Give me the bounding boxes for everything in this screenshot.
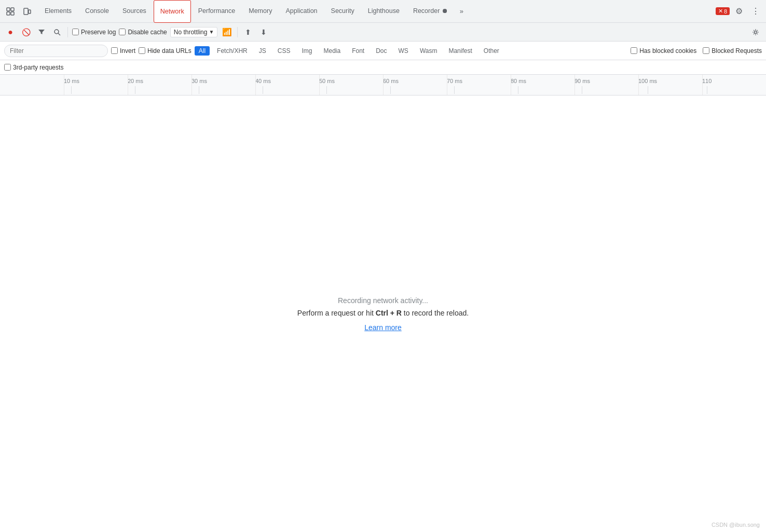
timeline-tick-line [707, 86, 707, 94]
tab-recorder[interactable]: Recorder ⏺ [407, 0, 455, 23]
filter-type-fetch-xhr[interactable]: Fetch/XHR [213, 46, 252, 56]
timeline-tick-label: 10 ms [64, 75, 79, 84]
timeline-tick-label: 40 ms [255, 75, 271, 84]
filter-bar: Invert Hide data URLs All Fetch/XHR JS C… [0, 42, 766, 60]
inspect-icon-btn[interactable] [3, 4, 18, 19]
tab-memory[interactable]: Memory [242, 0, 278, 23]
filter-type-other[interactable]: Other [480, 46, 503, 56]
has-blocked-cookies-checkbox[interactable]: Has blocked cookies [631, 47, 696, 54]
nav-right: ✕ 8 ⚙ ⋮ [716, 4, 763, 19]
chevron-down-icon: ▼ [209, 29, 214, 35]
device-toggle-btn[interactable] [20, 4, 34, 19]
filter-right: Has blocked cookies Blocked Requests [631, 47, 762, 54]
filter-type-ws[interactable]: WS [394, 46, 413, 56]
blocked-requests-input[interactable] [703, 47, 709, 54]
timeline-tick: 10 ms [64, 75, 79, 94]
timeline-tick-line [71, 86, 72, 94]
tab-network[interactable]: Network [154, 0, 191, 23]
filter-type-img[interactable]: Img [297, 46, 316, 56]
svg-rect-2 [7, 12, 10, 15]
error-icon: ✕ [718, 8, 723, 15]
timeline-grid-line [574, 75, 575, 96]
blocked-requests-checkbox[interactable]: Blocked Requests [703, 47, 762, 54]
recording-instruction: Perform a request or hit Ctrl + R to rec… [297, 309, 469, 317]
tab-console[interactable]: Console [79, 0, 115, 23]
filter-type-doc[interactable]: Doc [372, 46, 391, 56]
throttle-dropdown[interactable]: No throttling ▼ [170, 27, 218, 37]
disable-cache-input[interactable] [119, 29, 126, 35]
top-nav-bar: Elements Console Sources Network Perform… [0, 0, 766, 23]
timeline-grid-line [638, 75, 639, 96]
timeline-tick-label: 70 ms [447, 75, 462, 84]
third-party-row: 3rd-party requests [0, 60, 766, 75]
timeline-grid-line [255, 75, 256, 96]
timeline-tick: 110 [702, 75, 712, 94]
third-party-checkbox[interactable]: 3rd-party requests [4, 64, 63, 71]
timeline-tick-label: 110 [702, 75, 712, 84]
filter-type-manifest[interactable]: Manifest [444, 46, 476, 56]
toolbar-sep-1 [67, 27, 68, 37]
timeline-tick-line [199, 86, 199, 94]
filter-type-all[interactable]: All [195, 46, 210, 56]
nav-icons-left [3, 4, 34, 19]
network-settings-btn[interactable] [749, 26, 762, 38]
more-options-btn[interactable]: ⋮ [748, 4, 763, 19]
svg-point-6 [54, 30, 59, 34]
timeline-tick-label: 30 ms [192, 75, 207, 84]
preserve-log-checkbox[interactable]: Preserve log [72, 29, 116, 36]
invert-label: Invert [120, 47, 135, 54]
settings-icon [752, 29, 759, 36]
filter-input[interactable] [4, 45, 108, 57]
disable-cache-checkbox[interactable]: Disable cache [119, 29, 167, 36]
filter-type-wasm[interactable]: Wasm [416, 46, 442, 56]
filter-type-media[interactable]: Media [319, 46, 345, 56]
timeline-tick-line [648, 86, 648, 94]
tab-security[interactable]: Security [325, 0, 361, 23]
filter-type-css[interactable]: CSS [273, 46, 295, 56]
timeline-grid-line [128, 75, 128, 96]
search-btn[interactable] [51, 26, 63, 38]
import-btn[interactable]: ⬆ [242, 26, 254, 38]
more-tabs-button[interactable]: » [456, 7, 468, 15]
toolbar-sep-2 [237, 27, 238, 37]
learn-more-link[interactable]: Learn more [364, 323, 402, 332]
tab-elements[interactable]: Elements [38, 0, 78, 23]
timeline-tick: 90 ms [574, 75, 590, 94]
tab-lighthouse[interactable]: Lighthouse [362, 0, 406, 23]
timeline-tick: 50 ms [319, 75, 335, 94]
timeline-grid-line [702, 75, 703, 96]
timeline-tick-line [518, 86, 518, 94]
timeline-tick-line [326, 86, 327, 94]
filter-btn[interactable] [35, 26, 48, 38]
download-icon: ⬇ [261, 28, 267, 36]
network-conditions-btn[interactable]: 📶 [221, 26, 233, 38]
invert-checkbox[interactable]: Invert [111, 47, 135, 54]
filter-type-js[interactable]: JS [255, 46, 270, 56]
settings-btn[interactable]: ⚙ [732, 4, 746, 19]
hide-data-urls-checkbox[interactable]: Hide data URLs [139, 47, 192, 54]
third-party-input[interactable] [4, 64, 11, 71]
record-btn[interactable]: ● [4, 26, 17, 38]
tab-application[interactable]: Application [279, 0, 323, 23]
timeline-grid-line [319, 75, 320, 96]
tab-sources[interactable]: Sources [116, 0, 153, 23]
has-blocked-cookies-input[interactable] [631, 47, 637, 54]
instruction-text-2: to record the reload. [402, 309, 469, 317]
hide-data-urls-input[interactable] [139, 47, 145, 54]
timeline-tick: 80 ms [511, 75, 526, 94]
error-count: 8 [724, 8, 727, 15]
timeline-grid-line [64, 75, 64, 96]
preserve-log-input[interactable] [72, 29, 79, 35]
stop-btn[interactable]: 🚫 [20, 26, 32, 38]
has-blocked-cookies-label: Has blocked cookies [639, 47, 696, 54]
tab-performance[interactable]: Performance [192, 0, 242, 23]
stop-icon: 🚫 [22, 28, 31, 36]
timeline-tick-line [263, 86, 263, 94]
error-badge[interactable]: ✕ 8 [716, 7, 730, 15]
filter-type-font[interactable]: Font [348, 46, 368, 56]
invert-input[interactable] [111, 47, 118, 54]
timeline-grid-line [383, 75, 384, 96]
export-btn[interactable]: ⬇ [257, 26, 270, 38]
svg-point-8 [755, 31, 757, 33]
svg-rect-5 [29, 10, 31, 13]
